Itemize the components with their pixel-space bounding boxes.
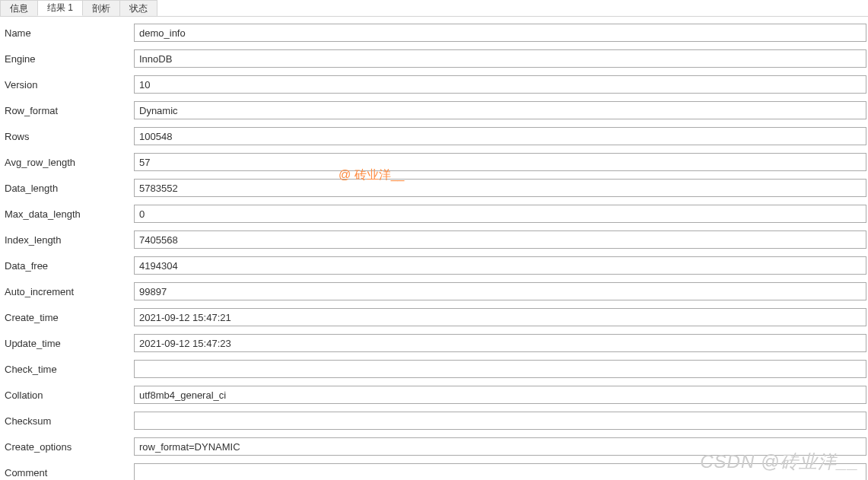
label-data-length: Data_length bbox=[3, 183, 134, 194]
input-index-length[interactable] bbox=[134, 230, 866, 249]
row-check-time: Check_time bbox=[3, 356, 868, 382]
label-check-time: Check_time bbox=[3, 364, 134, 375]
label-max-data-length: Max_data_length bbox=[3, 208, 134, 220]
input-version[interactable] bbox=[134, 75, 866, 94]
row-name: Name bbox=[3, 20, 868, 46]
label-checksum: Checksum bbox=[3, 415, 134, 427]
row-create-time: Create_time bbox=[3, 304, 868, 330]
input-name[interactable] bbox=[134, 24, 866, 42]
label-index-length: Index_length bbox=[3, 234, 134, 246]
input-avg-row-length[interactable] bbox=[134, 153, 866, 171]
tab-info[interactable]: 信息 bbox=[0, 0, 38, 16]
form-area: Name Engine Version Row_format Rows Avg_… bbox=[0, 17, 868, 480]
label-rows: Rows bbox=[3, 131, 134, 142]
input-collation[interactable] bbox=[134, 386, 866, 404]
row-checksum: Checksum bbox=[3, 408, 868, 434]
tab-result1[interactable]: 结果 1 bbox=[37, 0, 83, 16]
input-engine[interactable] bbox=[134, 49, 866, 68]
label-data-free: Data_free bbox=[3, 260, 134, 272]
row-comment: Comment bbox=[3, 459, 868, 480]
label-name: Name bbox=[3, 27, 134, 39]
input-max-data-length[interactable] bbox=[134, 205, 866, 223]
input-create-options[interactable] bbox=[134, 437, 866, 456]
input-update-time[interactable] bbox=[134, 334, 866, 352]
label-avg-row-length: Avg_row_length bbox=[3, 157, 134, 168]
row-collation: Collation bbox=[3, 382, 868, 408]
label-version: Version bbox=[3, 79, 134, 91]
tab-status[interactable]: 状态 bbox=[119, 0, 157, 16]
input-comment[interactable] bbox=[134, 463, 866, 480]
row-avg-row-length: Avg_row_length bbox=[3, 149, 868, 175]
row-index-length: Index_length bbox=[3, 227, 868, 253]
input-data-length[interactable] bbox=[134, 179, 866, 197]
row-version: Version bbox=[3, 72, 868, 97]
input-auto-increment[interactable] bbox=[134, 282, 866, 300]
label-collation: Collation bbox=[3, 389, 134, 401]
row-auto-increment: Auto_increment bbox=[3, 278, 868, 304]
tab-analysis[interactable]: 剖析 bbox=[82, 0, 120, 16]
label-comment: Comment bbox=[3, 467, 134, 478]
label-engine: Engine bbox=[3, 53, 134, 65]
row-data-length: Data_length bbox=[3, 175, 868, 201]
row-max-data-length: Max_data_length bbox=[3, 201, 868, 227]
label-auto-increment: Auto_increment bbox=[3, 286, 134, 297]
input-row-format[interactable] bbox=[134, 101, 866, 119]
input-check-time[interactable] bbox=[134, 360, 866, 378]
input-create-time[interactable] bbox=[134, 308, 866, 326]
row-create-options: Create_options bbox=[3, 434, 868, 459]
label-update-time: Update_time bbox=[3, 338, 134, 349]
tabs-bar: 信息 结果 1 剖析 状态 bbox=[0, 0, 868, 17]
row-engine: Engine bbox=[3, 46, 868, 72]
label-create-options: Create_options bbox=[3, 441, 134, 453]
row-row-format: Row_format bbox=[3, 97, 868, 123]
input-rows[interactable] bbox=[134, 127, 866, 145]
label-row-format: Row_format bbox=[3, 105, 134, 116]
row-data-free: Data_free bbox=[3, 253, 868, 278]
input-checksum[interactable] bbox=[134, 412, 866, 430]
row-update-time: Update_time bbox=[3, 330, 868, 356]
row-rows: Rows bbox=[3, 123, 868, 149]
input-data-free[interactable] bbox=[134, 256, 866, 275]
label-create-time: Create_time bbox=[3, 312, 134, 323]
